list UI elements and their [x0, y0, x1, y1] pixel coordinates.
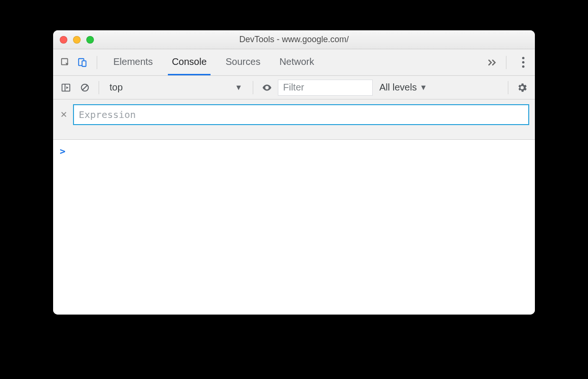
svg-point-7 — [266, 87, 268, 89]
close-icon[interactable]: ✕ — [59, 109, 68, 120]
levels-label: All levels — [379, 82, 417, 93]
divider — [253, 81, 253, 94]
tab-label: Sources — [226, 56, 260, 67]
live-expression-eye-icon[interactable] — [259, 80, 275, 96]
toggle-console-sidebar-icon[interactable] — [58, 80, 74, 96]
tab-sources[interactable]: Sources — [222, 49, 264, 75]
tab-label: Network — [279, 56, 314, 67]
titlebar: DevTools - www.google.com/ — [53, 30, 535, 49]
more-tabs-icon[interactable] — [485, 55, 499, 70]
execution-context-selector[interactable]: top ▼ — [105, 80, 247, 96]
devtools-window: DevTools - www.google.com/ Elements Cons… — [53, 30, 535, 315]
window-zoom-button[interactable] — [86, 36, 94, 44]
settings-menu-icon[interactable] — [516, 55, 530, 70]
console-toolbar: top ▼ All levels ▼ — [53, 76, 535, 99]
live-expression-bar: ✕ — [53, 99, 535, 140]
chevron-down-icon: ▼ — [235, 83, 242, 92]
panel-tabs: Elements Console Sources Network — [110, 49, 483, 75]
live-expression-input[interactable] — [73, 104, 529, 125]
tab-label: Elements — [113, 56, 153, 67]
window-close-button[interactable] — [60, 36, 67, 44]
console-settings-icon[interactable] — [514, 80, 530, 96]
tab-network[interactable]: Network — [276, 49, 318, 75]
clear-console-icon[interactable] — [77, 80, 93, 96]
panel-tab-bar: Elements Console Sources Network — [53, 49, 535, 76]
toggle-device-toolbar-icon[interactable] — [75, 55, 90, 70]
svg-rect-3 — [62, 84, 70, 91]
window-minimize-button[interactable] — [73, 36, 81, 44]
chevron-down-icon: ▼ — [420, 83, 427, 92]
log-levels-selector[interactable]: All levels ▼ — [379, 82, 427, 93]
svg-line-6 — [83, 85, 87, 90]
divider — [506, 56, 506, 69]
context-value: top — [110, 82, 123, 93]
tab-console[interactable]: Console — [168, 49, 210, 75]
divider — [99, 81, 99, 94]
window-title: DevTools - www.google.com/ — [53, 35, 535, 45]
svg-rect-2 — [82, 61, 86, 66]
filter-input[interactable] — [278, 80, 373, 96]
console-prompt-caret: > — [60, 145, 65, 157]
traffic-lights — [53, 36, 94, 44]
console-output[interactable]: > — [53, 140, 535, 315]
tab-elements[interactable]: Elements — [110, 49, 156, 75]
tab-label: Console — [172, 56, 206, 67]
inspect-element-icon[interactable] — [58, 55, 73, 70]
divider — [97, 56, 97, 69]
divider — [508, 81, 508, 94]
